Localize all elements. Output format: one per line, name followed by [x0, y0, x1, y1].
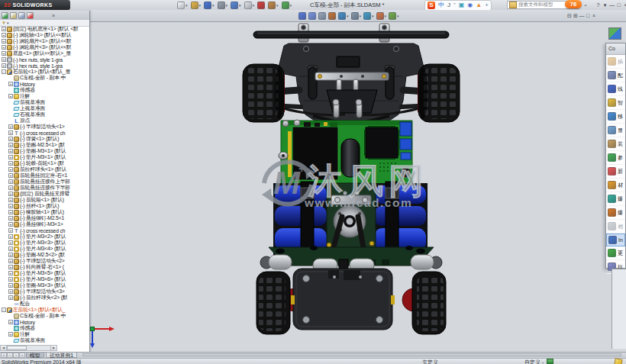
rebuild-icon[interactable] [257, 2, 265, 9]
tree-row[interactable]: 前视基准面 [0, 337, 89, 343]
expand-icon[interactable]: + [8, 161, 13, 166]
expand-icon[interactable]: + [2, 27, 6, 31]
expand-icon[interactable]: + [8, 185, 13, 190]
expand-icon[interactable]: + [8, 265, 13, 269]
expand-icon[interactable]: + [8, 124, 13, 129]
save-icon[interactable] [204, 2, 211, 9]
expand-icon[interactable]: + [8, 277, 13, 282]
hide-show-items-icon[interactable] [363, 12, 371, 20]
tab-nav-button-2[interactable]: › [13, 353, 19, 358]
graphics-viewport[interactable] [90, 21, 626, 353]
tree-row[interactable]: 传感器 [0, 87, 89, 93]
print-icon-dropdown[interactable]: ▾ [226, 3, 228, 8]
ime-pen-icon[interactable]: J [447, 2, 450, 9]
app-window-button-2[interactable]: — [608, 1, 615, 9]
app-window-button-4[interactable]: × [622, 1, 626, 9]
menu-item-assembly-features[interactable]: 装 [606, 137, 625, 151]
doc-window-button-2[interactable]: — [579, 13, 585, 19]
expand-icon[interactable]: + [8, 283, 13, 288]
expand-icon[interactable]: + [8, 155, 13, 159]
menu-item-reference-geometry[interactable]: 参 [606, 151, 625, 165]
expand-icon[interactable]: + [8, 234, 13, 239]
expand-icon[interactable]: + [8, 295, 13, 300]
zoom-fit-icon[interactable] [298, 12, 306, 20]
expand-icon[interactable]: + [8, 332, 13, 337]
tree-row[interactable]: +(-) hex nuts, style 1-gra [0, 56, 89, 63]
expand-icon[interactable]: + [2, 51, 6, 56]
edit-appearance-icon[interactable] [376, 12, 384, 20]
open-file-icon[interactable] [191, 2, 198, 9]
menu-item-linear-component-pattern[interactable]: 线 [606, 82, 625, 96]
undo-icon-dropdown[interactable]: ▾ [239, 3, 241, 8]
expand-icon[interactable]: + [8, 82, 13, 86]
doc-window-button-3[interactable]: □ [585, 13, 591, 19]
task-pane-strip[interactable] [611, 269, 626, 349]
expand-icon[interactable]: + [8, 143, 13, 147]
tree-horizontal-scrollbar[interactable]: ◀ ▶ [0, 345, 57, 351]
expand-icon[interactable]: + [8, 192, 13, 196]
propertymanager-tab[interactable] [10, 12, 17, 19]
menu-item-show-hidden-components[interactable]: 显 [606, 124, 625, 137]
display-style-icon[interactable] [351, 12, 359, 20]
expand-icon[interactable]: + [8, 94, 13, 98]
collapse-icon[interactable]: − [2, 69, 6, 74]
new-file-icon[interactable] [177, 2, 185, 9]
ime-tool-icon[interactable]: + [485, 2, 489, 9]
tree-row[interactable]: 传感器 [0, 325, 89, 331]
tab-nav-button-0[interactable]: « [1, 353, 7, 358]
expand-icon[interactable]: + [8, 137, 13, 141]
expand-icon[interactable]: + [8, 253, 13, 257]
expand-icon[interactable]: + [2, 63, 6, 68]
expand-icon[interactable]: + [8, 259, 13, 263]
expand-icon[interactable]: + [8, 198, 13, 202]
menu-item-exploded-view[interactable]: 爆 [606, 192, 625, 206]
apply-scene-icon[interactable] [389, 12, 396, 20]
displaymanager-tab[interactable] [27, 12, 34, 19]
tree-row[interactable]: +底盘<1> (默认<<默认>_显 [0, 50, 89, 56]
configurationmanager-tab[interactable] [18, 12, 25, 19]
menu-item-mate[interactable]: 配 [606, 69, 625, 82]
ime-mic-icon[interactable]: ◉ [467, 2, 473, 9]
menu-item-instant3d[interactable]: In [606, 234, 625, 246]
apply-scene-icon-dropdown[interactable]: ▾ [397, 14, 399, 18]
expand-icon[interactable]: + [8, 271, 13, 275]
tree-row[interactable]: 右视基准面 [0, 111, 89, 118]
menu-item-insert-components[interactable]: 插 [606, 55, 625, 69]
view-orientation-icon-dropdown[interactable]: ▾ [347, 14, 349, 18]
expand-icon[interactable]: + [8, 246, 13, 251]
ime-logo[interactable]: S [428, 2, 435, 9]
expand-icon[interactable]: + [8, 173, 13, 178]
expand-icon[interactable]: + [8, 130, 13, 135]
tree-row[interactable]: C车模-全部 - 副本 中 [0, 313, 89, 319]
options-icon-dropdown[interactable]: ▾ [276, 3, 279, 8]
hide-show-items-icon-dropdown[interactable]: ▾ [372, 14, 374, 18]
expand-icon[interactable]: + [8, 240, 13, 245]
menu-item-update[interactable]: 更 [606, 246, 625, 260]
expand-icon[interactable]: + [8, 204, 13, 208]
menu-item-explode-line-sketch[interactable]: 爆 [606, 206, 625, 220]
ime-board-icon[interactable]: ▣ [459, 2, 465, 9]
app-window-button-3[interactable]: □ [615, 1, 622, 9]
open-file-icon-dropdown[interactable]: ▾ [199, 3, 202, 8]
expand-icon[interactable]: + [8, 222, 13, 227]
expand-icon[interactable]: + [8, 228, 13, 233]
ime-toolbar[interactable]: S中J”▣◉▲+ [424, 0, 492, 11]
collapse-icon[interactable]: − [2, 308, 6, 312]
save-icon-dropdown[interactable]: ▾ [212, 3, 215, 8]
zoom-previous-icon[interactable] [318, 12, 326, 20]
view-orientation-icon[interactable] [338, 12, 346, 20]
tree-row[interactable]: +History [0, 81, 89, 87]
expand-icon[interactable]: + [2, 45, 6, 50]
expand-icon[interactable]: + [8, 167, 13, 172]
menu-item-camera-view[interactable]: 相 [606, 220, 625, 234]
tab-model[interactable]: 模型 [26, 352, 44, 358]
expand-icon[interactable]: + [8, 216, 13, 221]
expand-icon[interactable]: + [2, 33, 6, 37]
tab-motion-study[interactable]: 运动算例1 [46, 352, 77, 358]
edit-color-icon[interactable] [282, 2, 289, 9]
expand-icon[interactable]: + [8, 210, 13, 214]
doc-window-button-0[interactable]: ⊟ [566, 13, 573, 19]
status-gem-icon[interactable] [614, 358, 622, 364]
tab-nav-button-1[interactable]: ‹ [7, 353, 13, 358]
tree-row[interactable]: +(-) 悬挂铆钉-M3<1> [0, 221, 89, 227]
